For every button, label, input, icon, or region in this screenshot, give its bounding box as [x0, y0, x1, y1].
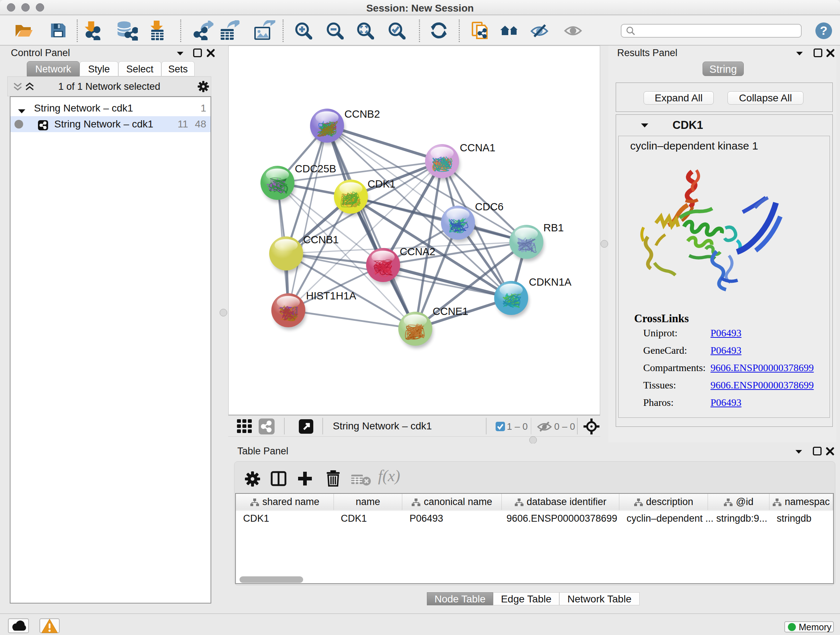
svg-text:HIST1H1A: HIST1H1A	[306, 290, 356, 302]
svg-text:CCNA1: CCNA1	[460, 142, 495, 154]
svg-text:?: ?	[820, 24, 828, 37]
svg-text:CDK1: CDK1	[368, 178, 395, 190]
svg-text:CDKN1A: CDKN1A	[529, 276, 572, 288]
svg-text:RB1: RB1	[543, 222, 564, 233]
svg-text:CCNA2: CCNA2	[400, 246, 435, 257]
svg-text:CCNE1: CCNE1	[433, 306, 468, 317]
svg-text:CDC6: CDC6	[475, 201, 504, 212]
svg-text:CCNB1: CCNB1	[303, 234, 339, 245]
svg-text:CDC25B: CDC25B	[295, 163, 336, 174]
svg-text:CCNB2: CCNB2	[344, 108, 380, 120]
